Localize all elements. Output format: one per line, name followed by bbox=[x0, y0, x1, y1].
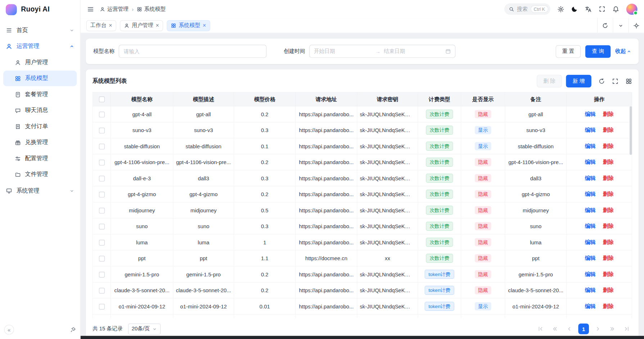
edit-link[interactable]: 编辑 bbox=[585, 175, 596, 181]
jump-back-icon[interactable] bbox=[550, 324, 560, 334]
sidebar-item-package-management[interactable]: 套餐管理 bbox=[3, 87, 77, 102]
edit-link[interactable]: 编辑 bbox=[585, 303, 596, 309]
row-checkbox[interactable] bbox=[99, 288, 104, 294]
dark-mode-moon-icon[interactable] bbox=[571, 6, 578, 12]
column-settings-icon[interactable] bbox=[626, 78, 632, 84]
column-header[interactable]: 是否显示 bbox=[461, 92, 505, 106]
global-search[interactable]: 搜索 Ctrl K bbox=[504, 3, 550, 15]
edit-link[interactable]: 编辑 bbox=[585, 143, 596, 149]
hamburger-menu-icon[interactable] bbox=[87, 5, 94, 12]
column-header[interactable]: 操作 bbox=[567, 92, 632, 106]
row-delete-link[interactable]: 删除 bbox=[603, 127, 614, 133]
column-header[interactable]: 模型价格 bbox=[234, 92, 296, 106]
row-checkbox[interactable] bbox=[99, 176, 104, 181]
date-range-picker[interactable]: 开始日期 → 结束日期 bbox=[309, 45, 455, 58]
fullscreen-icon[interactable] bbox=[599, 6, 605, 12]
row-delete-link[interactable]: 删除 bbox=[603, 175, 614, 181]
settings-gear-icon[interactable] bbox=[557, 5, 564, 12]
row-delete-link[interactable]: 删除 bbox=[603, 207, 614, 213]
edit-link[interactable]: 编辑 bbox=[585, 207, 596, 213]
column-header[interactable]: 计费类型 bbox=[418, 92, 461, 106]
edit-link[interactable]: 编辑 bbox=[585, 159, 596, 165]
tab-user-management[interactable]: 用户管理 × bbox=[120, 20, 163, 31]
tab-workbench[interactable]: 工作台 × bbox=[86, 20, 116, 31]
row-checkbox[interactable] bbox=[99, 208, 104, 213]
row-checkbox[interactable] bbox=[99, 304, 104, 309]
collapse-filter-link[interactable]: 收起 bbox=[615, 48, 631, 55]
next-page-icon[interactable] bbox=[593, 324, 603, 334]
edit-link[interactable]: 编辑 bbox=[585, 223, 596, 229]
sidebar-item-system-models[interactable]: 系统模型 bbox=[3, 71, 77, 86]
reset-button[interactable]: 重 置 bbox=[555, 45, 581, 58]
close-icon[interactable]: × bbox=[109, 23, 112, 28]
close-icon[interactable]: × bbox=[203, 23, 206, 28]
current-page-button[interactable]: 1 bbox=[578, 324, 589, 334]
row-delete-link[interactable]: 删除 bbox=[603, 111, 614, 117]
sidebar-item-file-management[interactable]: 文件管理 bbox=[3, 167, 77, 182]
sidebar-collapse-button[interactable]: « bbox=[4, 325, 14, 334]
row-delete-link[interactable]: 删除 bbox=[603, 303, 614, 309]
model-name-input[interactable] bbox=[119, 45, 267, 58]
row-delete-link[interactable]: 删除 bbox=[603, 143, 614, 149]
edit-link[interactable]: 编辑 bbox=[585, 287, 596, 293]
select-all-checkbox[interactable] bbox=[99, 96, 104, 102]
first-page-icon[interactable] bbox=[535, 324, 546, 334]
column-header[interactable]: 备注 bbox=[505, 92, 567, 106]
maximize-content-icon[interactable] bbox=[629, 18, 644, 33]
prev-page-icon[interactable] bbox=[564, 324, 575, 334]
row-checkbox[interactable] bbox=[99, 192, 104, 198]
refresh-icon[interactable] bbox=[597, 18, 613, 33]
notifications-bell-icon[interactable] bbox=[612, 5, 619, 12]
row-checkbox[interactable] bbox=[99, 224, 104, 230]
sidebar-item-config-management[interactable]: 配置管理 bbox=[3, 151, 77, 166]
edit-link[interactable]: 编辑 bbox=[585, 255, 596, 261]
translate-icon[interactable] bbox=[585, 5, 592, 12]
sidebar-item-home[interactable]: 首页 bbox=[0, 22, 80, 38]
edit-link[interactable]: 编辑 bbox=[585, 127, 596, 133]
breadcrumb-item-system-models[interactable]: 系统模型 bbox=[137, 5, 166, 13]
row-checkbox[interactable] bbox=[99, 144, 104, 149]
row-delete-link[interactable]: 删除 bbox=[603, 287, 614, 293]
page-size-select[interactable]: 20条/页 bbox=[128, 323, 161, 334]
bulk-delete-button[interactable]: 删 除 bbox=[537, 75, 562, 87]
breadcrumb-item-operations[interactable]: 运营管理 bbox=[100, 5, 129, 13]
sidebar-item-user-management[interactable]: 用户管理 bbox=[3, 55, 77, 70]
refresh-icon[interactable] bbox=[598, 78, 605, 84]
sidebar-item-chat-messages[interactable]: 聊天消息 bbox=[3, 103, 77, 118]
edit-link[interactable]: 编辑 bbox=[585, 239, 596, 245]
sidebar-item-operations[interactable]: 运营管理 bbox=[0, 38, 80, 54]
row-delete-link[interactable]: 删除 bbox=[603, 223, 614, 229]
edit-link[interactable]: 编辑 bbox=[585, 191, 596, 197]
row-checkbox[interactable] bbox=[99, 240, 104, 245]
row-checkbox[interactable] bbox=[99, 256, 104, 262]
jump-forward-icon[interactable] bbox=[607, 324, 618, 334]
table-fullscreen-icon[interactable] bbox=[612, 78, 618, 84]
last-page-icon[interactable] bbox=[621, 324, 632, 334]
column-header[interactable]: 模型名称 bbox=[111, 92, 173, 106]
vertical-scrollbar[interactable] bbox=[630, 106, 632, 318]
row-delete-link[interactable]: 删除 bbox=[603, 159, 614, 165]
row-delete-link[interactable]: 删除 bbox=[603, 191, 614, 197]
sidebar-item-exchange-management[interactable]: 兑换管理 bbox=[3, 135, 77, 150]
row-checkbox[interactable] bbox=[99, 160, 104, 166]
close-icon[interactable]: × bbox=[156, 23, 159, 28]
column-header[interactable]: 请求密钥 bbox=[357, 92, 418, 106]
row-delete-link[interactable]: 删除 bbox=[603, 239, 614, 245]
pin-icon[interactable] bbox=[70, 327, 76, 333]
column-header[interactable]: 模型描述 bbox=[173, 92, 234, 106]
row-delete-link[interactable]: 删除 bbox=[603, 271, 614, 277]
query-button[interactable]: 查 询 bbox=[585, 45, 611, 58]
edit-link[interactable]: 编辑 bbox=[585, 111, 596, 117]
row-checkbox[interactable] bbox=[99, 272, 104, 277]
chevron-down-icon[interactable] bbox=[613, 18, 628, 33]
user-avatar[interactable] bbox=[626, 4, 638, 15]
tab-system-models[interactable]: 系统模型 × bbox=[167, 20, 210, 31]
column-header[interactable]: 请求地址 bbox=[296, 92, 357, 106]
row-checkbox[interactable] bbox=[99, 128, 104, 134]
scrollbar-thumb[interactable] bbox=[630, 106, 632, 155]
sidebar-item-payment-orders[interactable]: 支付订单 bbox=[3, 119, 77, 134]
row-checkbox[interactable] bbox=[99, 112, 104, 117]
edit-link[interactable]: 编辑 bbox=[585, 271, 596, 277]
add-button[interactable]: 新 增 bbox=[566, 75, 591, 87]
row-delete-link[interactable]: 删除 bbox=[603, 255, 614, 261]
